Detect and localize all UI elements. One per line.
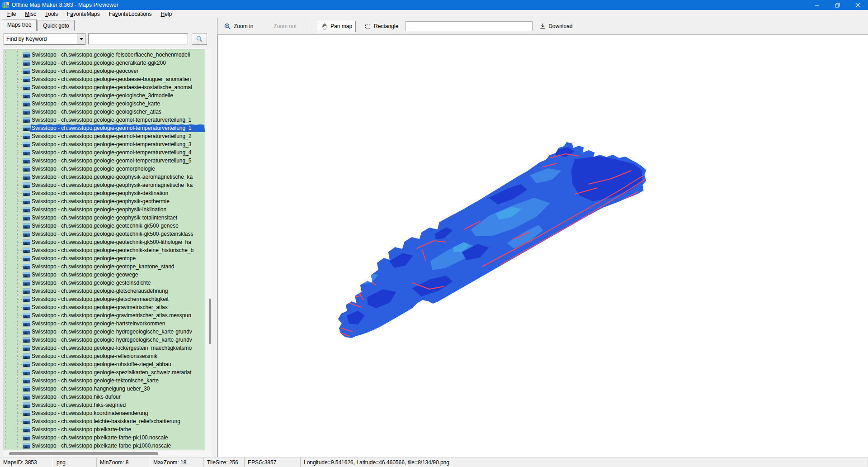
map-layer-icon	[23, 280, 30, 286]
tree-item[interactable]: Swisstopo - ch.swisstopo.geologie-geophy…	[4, 197, 205, 205]
tree-item[interactable]: Swisstopo - ch.swisstopo.geologie-hydrog…	[4, 336, 205, 344]
tree-item[interactable]: Swisstopo - ch.swisstopo.geologie-geomor…	[4, 165, 205, 173]
toolbar-input[interactable]	[406, 21, 533, 31]
tree-item[interactable]: Swisstopo - ch.swisstopo.geologie-geolog…	[4, 108, 205, 116]
tree-item[interactable]: Swisstopo - ch.swisstopo.geologie-genera…	[4, 59, 205, 67]
tree-item[interactable]: Swisstopo - ch.swisstopo.geologie-geomol…	[4, 157, 205, 165]
map-viewport[interactable]	[217, 34, 868, 457]
pan-map-label: Pan map	[330, 23, 352, 29]
map-layer-icon	[23, 199, 30, 205]
tree-item[interactable]: Swisstopo - ch.swisstopo.geologie-geomol…	[4, 116, 205, 124]
map-layer-icon	[23, 272, 30, 278]
tree-connector	[17, 169, 23, 169]
tree-item[interactable]: Swisstopo - ch.swisstopo.geologie-tekton…	[4, 376, 205, 385]
menu-item-help[interactable]: Help	[156, 10, 177, 18]
tree-connector	[17, 95, 23, 96]
zoom-out-button[interactable]: Zoom out	[270, 21, 300, 32]
find-mode-combobox[interactable]: Find by Keyword	[4, 33, 85, 45]
tree-item-label: Swisstopo - ch.swisstopo.geologie-genera…	[30, 59, 205, 67]
tree-item[interactable]: Swisstopo - ch.swisstopo.geologie-geotec…	[4, 246, 205, 254]
tree-item[interactable]: Swisstopo - ch.swisstopo.pixelkarte-farb…	[4, 434, 205, 442]
tree-item[interactable]: Swisstopo - ch.swisstopo.pixelkarte-farb…	[4, 425, 205, 434]
tree-item[interactable]: Swisstopo - ch.swisstopo.geologie-geotec…	[4, 238, 205, 246]
minimize-button[interactable]	[807, 0, 827, 10]
map-layer-icon	[23, 76, 30, 82]
tree-item[interactable]: Swisstopo - ch.swisstopo.geologie-hartst…	[4, 319, 205, 328]
map-toolbar: Zoom in Zoom out Pan map Rectangle	[217, 18, 868, 34]
close-button[interactable]	[848, 0, 868, 10]
tree-item[interactable]: Swisstopo - ch.swisstopo.geologie-geotec…	[4, 222, 205, 230]
tree-item[interactable]: Swisstopo - ch.swisstopo.geologie-geophy…	[4, 205, 205, 214]
tree-list: Swisstopo - ch.swisstopo.geologie-felsob…	[4, 50, 205, 450]
window-title: Offline Map Maker 8.363 - Maps Previewer	[12, 2, 118, 8]
tree-item[interactable]: Swisstopo - ch.swisstopo.geologie-geophy…	[4, 214, 205, 222]
tree-item[interactable]: Swisstopo - ch.swisstopo.geologie-geocov…	[4, 67, 205, 75]
tab-maps-tree[interactable]: Maps tree	[2, 19, 37, 31]
menubar: FileMiscToolsFavoriteMapsFavoriteLocatio…	[0, 10, 868, 18]
map-layer-icon	[23, 117, 30, 123]
tree-item[interactable]: Swisstopo - ch.swisstopo.geologie-geoweg…	[4, 271, 205, 279]
tree-item[interactable]: Swisstopo - ch.swisstopo.geologie-geotop…	[4, 262, 205, 271]
tree-item[interactable]: Swisstopo - ch.swisstopo.geologie-gravim…	[4, 303, 205, 311]
tree-item[interactable]: Swisstopo - ch.swisstopo.geologie-geophy…	[4, 181, 205, 189]
tree-item[interactable]: Swisstopo - ch.swisstopo.hiks-siegfried	[4, 401, 205, 409]
tree-item[interactable]: Swisstopo - ch.swisstopo.koordinatenaend…	[4, 409, 205, 417]
tree-vertical-scrollbar[interactable]	[206, 49, 212, 450]
tree-item[interactable]: Swisstopo - ch.swisstopo.geologie-locker…	[4, 344, 205, 352]
tree-connector	[17, 324, 23, 324]
tree-item[interactable]: Swisstopo - ch.swisstopo.geologie-geomol…	[4, 148, 205, 157]
search-input[interactable]	[88, 33, 188, 44]
tab-quick-goto[interactable]: Quick goto	[38, 20, 74, 31]
tree-item[interactable]: Swisstopo - ch.swisstopo.geologie-gestei…	[4, 279, 205, 287]
restore-button[interactable]	[827, 0, 848, 10]
tree-item[interactable]: Swisstopo - ch.swisstopo.geologie-gletsc…	[4, 287, 205, 295]
rectangle-button[interactable]: Rectangle	[362, 21, 402, 32]
tree-item[interactable]: Swisstopo - ch.swisstopo.geologie-felsob…	[4, 51, 205, 59]
tree-item[interactable]: Swisstopo - ch.swisstopo.geologie-geodae…	[4, 75, 205, 83]
tree-item[interactable]: Swisstopo - ch.swisstopo.geologie-geomol…	[4, 124, 205, 132]
tree-item[interactable]: Swisstopo - ch.swisstopo.geologie-rohsto…	[4, 360, 205, 368]
download-button[interactable]: Download	[536, 21, 576, 32]
tree-item[interactable]: Swisstopo - ch.swisstopo.geologie-geotec…	[4, 230, 205, 238]
menu-item-favoritemaps[interactable]: FavoriteMaps	[62, 10, 104, 18]
titlebar: Offline Map Maker 8.363 - Maps Previewer	[0, 0, 868, 10]
menu-item-misc[interactable]: Misc	[20, 10, 41, 18]
tree-item[interactable]: Swisstopo - ch.swisstopo.geologie-gravim…	[4, 311, 205, 319]
tree-item[interactable]: Swisstopo - ch.swisstopo.geologie-geotop…	[4, 254, 205, 262]
tree-connector	[17, 210, 23, 210]
status-field: TileSize: 256	[204, 457, 245, 467]
menu-item-favoritelocations[interactable]: FavoriteLocations	[104, 10, 156, 18]
tree-item[interactable]: Swisstopo - ch.swisstopo.geologie-geolog…	[4, 100, 205, 108]
tree-item[interactable]: Swisstopo - ch.swisstopo.pixelkarte-farb…	[4, 442, 205, 450]
tree-item[interactable]: Swisstopo - ch.swisstopo.leichte-basiska…	[4, 417, 205, 425]
pan-map-button[interactable]: Pan map	[318, 21, 356, 32]
map-layer-icon	[23, 305, 30, 310]
tree-horizontal-scrollbar[interactable]	[4, 451, 212, 457]
tree-item[interactable]: Swisstopo - ch.swisstopo.geologie-hydrog…	[4, 328, 205, 336]
tree-item[interactable]: Swisstopo - ch.swisstopo.geologie-geophy…	[4, 189, 205, 197]
tree-item[interactable]: Swisstopo - ch.swisstopo.hiks-dufour	[4, 393, 205, 401]
tree-item[interactable]: Swisstopo - ch.swisstopo.geologie-geolog…	[4, 91, 205, 100]
tree-connector	[17, 242, 23, 243]
tree-item[interactable]: Swisstopo - ch.swisstopo.geologie-gletsc…	[4, 295, 205, 303]
map-layer-icon	[23, 52, 30, 58]
zoom-in-button[interactable]: Zoom in	[221, 21, 257, 32]
map-layer-icon	[23, 329, 30, 335]
menu-item-file[interactable]: File	[3, 10, 20, 18]
search-button[interactable]	[192, 33, 207, 45]
tree-item[interactable]: Swisstopo - ch.swisstopo.geologie-geomol…	[4, 132, 205, 140]
tree-item[interactable]: Swisstopo - ch.swisstopo.geologie-reflex…	[4, 352, 205, 360]
tree-connector	[17, 405, 23, 405]
map-layer-icon	[23, 313, 30, 319]
combobox-dropdown-button[interactable]	[77, 33, 85, 44]
tree-item[interactable]: Swisstopo - ch.swisstopo.geologie-geomol…	[4, 140, 205, 148]
menu-item-tools[interactable]: Tools	[41, 10, 62, 18]
tree-item[interactable]: Swisstopo - ch.swisstopo.geologie-spezia…	[4, 368, 205, 376]
tree-item[interactable]: Swisstopo - ch.swisstopo.geologie-geodae…	[4, 83, 205, 91]
tree-item[interactable]: Swisstopo - ch.swisstopo.geologie-geophy…	[4, 173, 205, 181]
horizontal-scrollbar-thumb[interactable]	[9, 452, 158, 455]
tree-connector	[17, 177, 23, 177]
tree-item[interactable]: Swisstopo - ch.swisstopo.hangneigung-ueb…	[4, 385, 205, 393]
vertical-scrollbar-thumb[interactable]	[209, 299, 211, 344]
map-layer-icon	[23, 68, 30, 74]
